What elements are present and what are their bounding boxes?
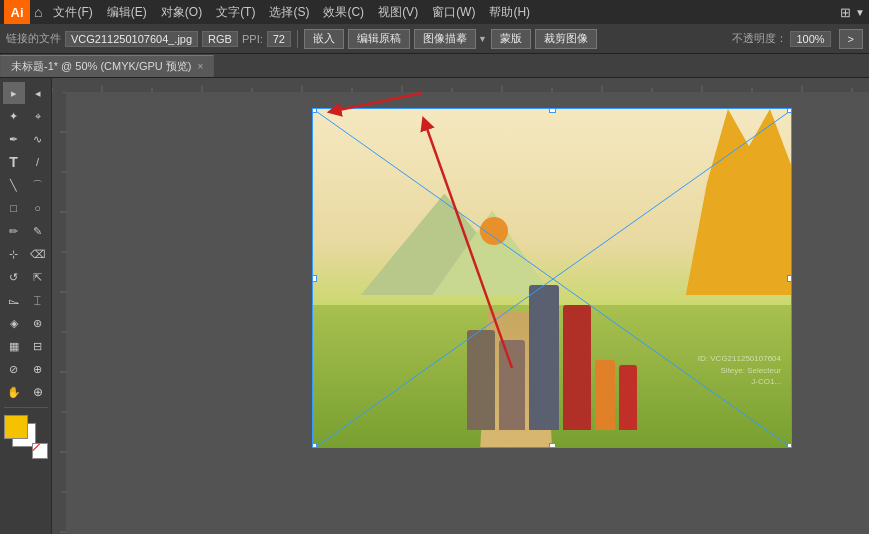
tool-row-3: ✒ ∿ [0,128,51,150]
tool-row-8: ⊹ ⌫ [0,243,51,265]
magic-wand-tool[interactable]: ✦ [3,105,25,127]
opacity-label: 不透明度： [732,31,787,46]
zoom-icon: ⊕ [33,385,43,399]
tool-row-1: ▸ ◂ [0,82,51,104]
rotate-tool[interactable]: ↺ [3,266,25,288]
lasso-tool[interactable]: ⌖ [27,105,49,127]
svg-rect-18 [52,92,66,534]
eraser-tool[interactable]: ⌫ [27,243,49,265]
handle-top-right[interactable] [787,108,792,113]
menu-type[interactable]: 文字(T) [209,0,262,24]
no-fill-swatch[interactable] [32,443,48,459]
handle-middle-left[interactable] [312,275,317,282]
figure-child [619,365,637,430]
scale-tool[interactable]: ⇱ [27,266,49,288]
draft-button[interactable]: 蒙版 [491,29,531,49]
paintbrush-tool[interactable]: ✏ [3,220,25,242]
menu-bar: Ai ⌂ 文件(F) 编辑(E) 对象(O) 文字(T) 选择(S) 效果(C)… [0,0,869,24]
watermark: ID: VCG211250107604 Siteye: Selecteur J-… [698,353,781,387]
embed-button[interactable]: 嵌入 [304,29,344,49]
tool-row-7: ✏ ✎ [0,220,51,242]
blob-brush-icon: ✎ [33,225,42,238]
color-swatch[interactable] [4,415,48,459]
menu-object[interactable]: 对象(O) [154,0,209,24]
warp-icon: ⌳ [8,294,19,306]
pen-tool[interactable]: ✒ [3,128,25,150]
tab-close-button[interactable]: × [197,61,203,72]
tool-row-12: ▦ ⊟ [0,335,51,357]
menu-file[interactable]: 文件(F) [46,0,99,24]
curvature-tool[interactable]: ∿ [27,128,49,150]
illustration-canvas[interactable]: ID: VCG211250107604 Siteye: Selecteur J-… [312,108,792,448]
type-tool[interactable]: T [3,151,25,173]
warp-tool[interactable]: ⌳ [3,289,25,311]
blend-tool[interactable]: ◈ [3,312,25,334]
document-tab[interactable]: 未标题-1* @ 50% (CMYK/GPU 预览) × [0,55,214,77]
direct-select-tool[interactable]: ◂ [27,82,49,104]
handle-middle-right[interactable] [787,275,792,282]
handle-top-center[interactable] [549,108,556,113]
lasso-icon: ⌖ [35,110,41,123]
handle-bottom-left[interactable] [312,443,317,448]
foreground-color-swatch[interactable] [4,415,28,439]
reshape-tool[interactable]: ⌶ [27,289,49,311]
more-options-button[interactable]: > [839,29,863,49]
magic-wand-icon: ✦ [9,110,18,123]
ruler-left [52,92,66,534]
props-bar: 链接的文件 VCG211250107604_.jpg RGB PPI: 72 嵌… [0,24,869,54]
slice-tool[interactable]: ⊘ [3,358,25,380]
edit-original-button[interactable]: 编辑原稿 [348,29,410,49]
arc-tool[interactable]: ⌒ [27,174,49,196]
ellipse-tool[interactable]: ○ [27,197,49,219]
home-icon[interactable]: ⌂ [34,4,42,20]
crop-button[interactable]: 裁剪图像 [535,29,597,49]
main-area: ▸ ◂ ✦ ⌖ ✒ ∿ T / [0,78,869,534]
tool-row-5: ╲ ⌒ [0,174,51,196]
rect-tool[interactable]: □ [3,197,25,219]
pen-icon: ✒ [9,133,18,146]
illus-figures [385,177,720,431]
handle-bottom-right[interactable] [787,443,792,448]
scale-icon: ⇱ [33,271,42,284]
selection-tool[interactable]: ▸ [3,82,25,104]
image-trace-dropdown[interactable]: 图像描摹 ▼ [414,29,487,49]
shaper-tool[interactable]: ⊹ [3,243,25,265]
rotate-icon: ↺ [9,271,18,284]
line-tool[interactable]: ╲ [3,174,25,196]
blob-brush-tool[interactable]: ✎ [27,220,49,242]
artboard-tool[interactable]: ⊟ [27,335,49,357]
reshape-icon: ⌶ [34,294,41,306]
workspace-dropdown-icon[interactable]: ▼ [855,7,865,18]
hand-tool[interactable]: ✋ [3,381,25,403]
column-graph-tool[interactable]: ▦ [3,335,25,357]
menu-view[interactable]: 视图(V) [371,0,425,24]
touch-type-icon: / [36,156,39,168]
watermark-line3: J-CO1... [698,376,781,387]
image-trace-dropdown-arrow[interactable]: ▼ [478,34,487,44]
menu-window[interactable]: 窗口(W) [425,0,482,24]
menu-select[interactable]: 选择(S) [262,0,316,24]
handle-top-left[interactable] [312,108,317,113]
eraser-icon: ⌫ [30,248,46,261]
no-fill-line [33,444,47,458]
selection-icon: ▸ [11,87,17,100]
file-name-value: VCG211250107604_.jpg [65,31,198,47]
image-trace-button[interactable]: 图像描摹 [414,29,476,49]
handle-bottom-center[interactable] [549,443,556,448]
zoom-tool[interactable]: ⊕ [27,381,49,403]
opacity-value[interactable]: 100% [790,31,830,47]
figure-elderly-1 [467,330,495,430]
menu-help[interactable]: 帮助(H) [482,0,537,24]
tool-row-14: ✋ ⊕ [0,381,51,403]
tool-row-13: ⊘ ⊕ [0,358,51,380]
tab-title: 未标题-1* @ 50% (CMYK/GPU 预览) [11,59,191,74]
watermark-line1: ID: VCG211250107604 [698,353,781,364]
line-icon: ╲ [10,179,17,192]
eyedropper-tool[interactable]: ⊕ [27,358,49,380]
menu-edit[interactable]: 编辑(E) [100,0,154,24]
touch-type-tool[interactable]: / [27,151,49,173]
symbol-tool[interactable]: ⊛ [27,312,49,334]
artboard-icon: ⊟ [33,340,42,353]
canvas-area[interactable]: ID: VCG211250107604 Siteye: Selecteur J-… [52,78,869,534]
menu-effect[interactable]: 效果(C) [316,0,371,24]
